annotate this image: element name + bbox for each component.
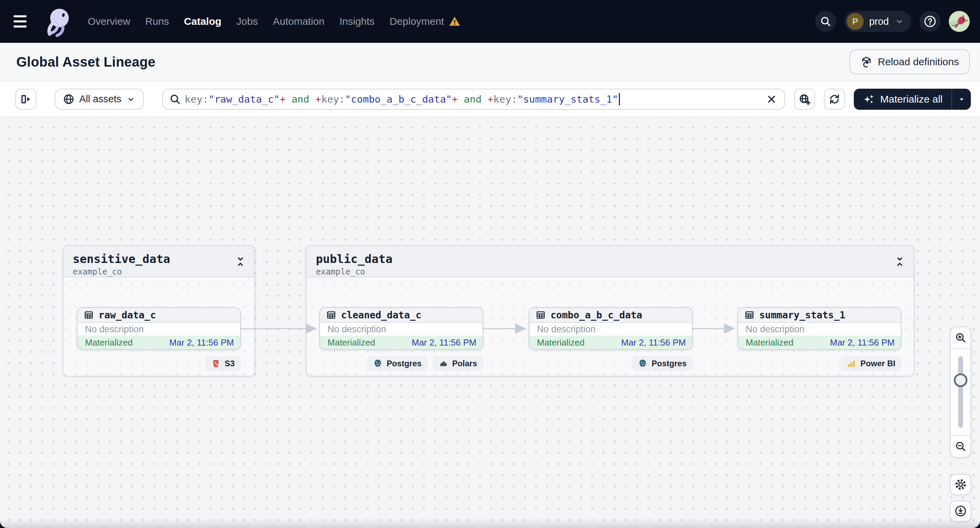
- panel-expand-icon: [20, 93, 32, 105]
- s3-bucket-icon: [211, 359, 221, 368]
- reload-definitions-label: Reload definitions: [878, 56, 959, 68]
- asset-description: No description: [537, 324, 596, 335]
- warning-icon: [449, 16, 460, 27]
- query-token: +: [315, 94, 321, 105]
- view-lineage-scope-button[interactable]: [794, 89, 815, 110]
- zoom-in-button[interactable]: [951, 327, 970, 348]
- asset-node-summary_stats_1[interactable]: summary_stats_1 No description Materiali…: [738, 307, 902, 350]
- refresh-graph-button[interactable]: [824, 89, 845, 110]
- nav-item-deployment[interactable]: Deployment: [390, 16, 460, 27]
- user-avatar[interactable]: [949, 11, 970, 32]
- asset-scope-filter[interactable]: All assets: [55, 89, 144, 110]
- graph-settings-button[interactable]: [950, 474, 971, 495]
- top-nav: OverviewRunsCatalogJobsAutomationInsight…: [0, 0, 980, 43]
- close-icon: [766, 94, 777, 105]
- group-header[interactable]: sensitive_data example_co: [63, 246, 255, 277]
- hamburger-menu-button[interactable]: [14, 11, 35, 32]
- asset-scope-label: All assets: [79, 94, 121, 105]
- query-token: "raw_data_c": [208, 94, 280, 105]
- asset-node-header[interactable]: summary_stats_1: [738, 308, 901, 323]
- materialization-timestamp: Mar 2, 11:56 PM: [621, 338, 686, 348]
- asset-node-header[interactable]: cleaned_data_c: [320, 308, 482, 323]
- tag-postgres[interactable]: Postgres: [632, 356, 693, 371]
- asset-node-raw_data_c[interactable]: raw_data_c No description Materialized M…: [77, 307, 241, 350]
- tag-label: Polars: [452, 359, 477, 368]
- reload-definitions-button[interactable]: Reload definitions: [850, 49, 970, 75]
- asset-node-combo_a_b_c_data[interactable]: combo_a_b_c_data No description Material…: [529, 307, 693, 350]
- search-icon: [819, 15, 832, 27]
- asset-node-body: No description: [320, 323, 482, 336]
- group-location: example_co: [73, 267, 245, 277]
- asset-node-header[interactable]: combo_a_b_c_data: [530, 308, 692, 323]
- zoom-slider-thumb[interactable]: [954, 373, 967, 387]
- asset-description: No description: [746, 324, 805, 335]
- chevron-down-icon: [894, 16, 905, 27]
- query-token: and: [286, 94, 315, 105]
- asset-query-text: key:"raw_data_c"+ and +key:"combo_a_b_c_…: [185, 94, 618, 105]
- materialize-options-button[interactable]: [951, 89, 971, 110]
- zoom-out-button[interactable]: [951, 436, 970, 457]
- asset-node-body: No description: [78, 323, 240, 336]
- page-header: Global Asset Lineage Reload definitions: [0, 43, 980, 82]
- open-side-panel-button[interactable]: [15, 89, 37, 110]
- nav-item-runs[interactable]: Runs: [145, 16, 169, 27]
- tag-postgres[interactable]: Postgres: [367, 356, 428, 371]
- collapse-group-icon: [235, 256, 246, 267]
- postgres-icon: [638, 359, 648, 368]
- asset-name: summary_stats_1: [759, 309, 845, 321]
- tag-s3[interactable]: S3: [205, 356, 241, 371]
- query-token: key:: [185, 94, 208, 105]
- asset-node-header[interactable]: raw_data_c: [78, 308, 240, 323]
- asset-node-cleaned_data_c[interactable]: cleaned_data_c No description Materializ…: [319, 307, 483, 350]
- nav-item-automation[interactable]: Automation: [273, 16, 325, 27]
- download-image-button[interactable]: [950, 501, 971, 522]
- asset-tags-raw_data_c: S3: [77, 356, 241, 371]
- table-icon: [536, 310, 546, 320]
- collapse-group-button[interactable]: [235, 255, 247, 268]
- table-icon: [745, 310, 754, 320]
- zoom-slider-track[interactable]: [958, 357, 963, 428]
- lineage-graph-canvas[interactable]: sensitive_data example_co public_data ex…: [0, 117, 980, 528]
- nav-item-catalog[interactable]: Catalog: [184, 16, 221, 27]
- download-icon: [954, 504, 967, 517]
- group-header[interactable]: public_data example_co: [306, 246, 914, 277]
- asset-node-status-bar: Materialized Mar 2, 11:56 PM: [530, 336, 692, 349]
- nav-item-overview[interactable]: Overview: [88, 16, 130, 27]
- nav-item-insights[interactable]: Insights: [339, 16, 374, 27]
- table-icon: [84, 310, 94, 320]
- dagster-octopus-icon: [43, 6, 74, 37]
- nav-item-label: Automation: [273, 16, 325, 27]
- environment-switcher[interactable]: P prod: [844, 11, 911, 32]
- group-name: public_data: [316, 252, 904, 266]
- globe-plus-icon: [799, 93, 811, 105]
- main-panel: Global Asset Lineage Reload definitions: [0, 43, 980, 528]
- postgres-icon: [373, 359, 383, 368]
- tag-polars[interactable]: Polars: [433, 356, 483, 371]
- materialization-status: Materialized: [537, 338, 584, 348]
- materialize-all-button[interactable]: Materialize all: [854, 89, 951, 110]
- help-button[interactable]: [920, 11, 940, 32]
- tag-label: Postgres: [387, 359, 422, 368]
- global-search-button[interactable]: [815, 11, 836, 32]
- table-icon: [326, 310, 336, 320]
- tag-power-bi[interactable]: Power BI: [841, 356, 902, 371]
- nav-item-label: Jobs: [236, 16, 258, 27]
- asset-name: cleaned_data_c: [341, 309, 421, 321]
- refresh-icon: [828, 93, 841, 105]
- group-location: example_co: [316, 267, 904, 277]
- nav-item-jobs[interactable]: Jobs: [236, 16, 258, 27]
- zoom-in-icon: [955, 331, 967, 344]
- materialization-status: Materialized: [328, 338, 375, 348]
- dagster-logo[interactable]: [43, 6, 74, 37]
- collapse-group-button[interactable]: [894, 255, 906, 268]
- avatar-cardinal-image: [949, 11, 970, 32]
- zoom-slider[interactable]: [951, 348, 970, 436]
- query-token: +: [488, 94, 493, 105]
- asset-query-input[interactable]: key:"raw_data_c"+ and +key:"combo_a_b_c_…: [162, 89, 785, 110]
- asset-name: combo_a_b_c_data: [550, 309, 642, 321]
- materialization-status: Materialized: [85, 338, 133, 348]
- chevron-down-icon: [126, 94, 136, 104]
- page-title: Global Asset Lineage: [16, 54, 155, 70]
- clear-query-button[interactable]: [764, 92, 779, 107]
- group-name: sensitive_data: [73, 252, 245, 266]
